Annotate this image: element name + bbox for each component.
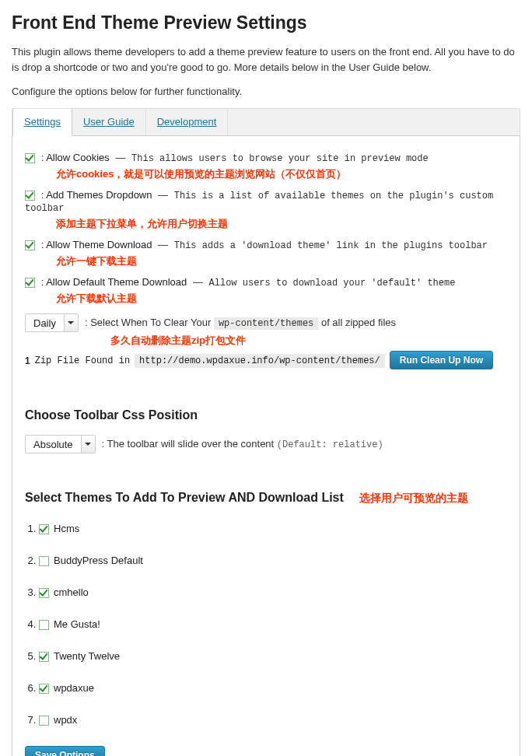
tab-settings[interactable]: Settings <box>12 109 72 136</box>
allow-cookies-label: Allow Cookies <box>46 152 110 163</box>
clear-schedule-select[interactable]: Daily <box>25 313 79 332</box>
theme-checkbox-hcms[interactable] <box>39 524 49 534</box>
default-download-checkbox[interactable] <box>25 278 35 288</box>
allow-download-label: Allow Theme Download <box>46 239 152 250</box>
page-title: Front End Theme Preview Settings <box>12 12 520 33</box>
zip-found-row: 1 Zip File Found in http://demo.wpdaxue.… <box>25 352 507 369</box>
theme-checkbox-wpdaxue[interactable] <box>39 684 49 694</box>
subintro-text: Configure the options below for further … <box>12 86 520 97</box>
toolbar-css-heading: Choose Toolbar Css Position <box>25 408 507 422</box>
theme-item: wpdx <box>39 714 507 726</box>
zip-count: 1 <box>25 355 30 366</box>
theme-name: wpdx <box>54 714 77 726</box>
allow-cookies-checkbox[interactable] <box>25 153 35 163</box>
option-default-download-row: : Allow Default Theme Download — Allow u… <box>25 276 507 289</box>
zip-found-text: Zip File Found in <box>35 355 130 366</box>
theme-name: Me Gusta! <box>54 618 100 630</box>
theme-item: Me Gusta! <box>39 618 507 630</box>
toolbar-desc-main: : The toolbar will slide over the conten… <box>102 438 277 450</box>
theme-name: BuddyPress Default <box>54 555 143 566</box>
theme-name: wpdaxue <box>54 682 94 694</box>
default-download-label: Allow Default Theme Download <box>46 276 187 288</box>
theme-name: cmhello <box>54 586 89 598</box>
default-download-annotation: 允许下载默认主题 <box>56 292 507 306</box>
theme-item: cmhello <box>39 586 507 598</box>
theme-name: Hcms <box>54 523 79 534</box>
theme-checkbox-buddypress[interactable] <box>39 556 49 566</box>
theme-checkbox-twentytwelve[interactable] <box>39 652 49 662</box>
option-add-dropdown-row: : Add Themes Dropdown — This is a list o… <box>25 189 507 214</box>
allow-download-annotation: 允许一键下载主题 <box>56 254 507 268</box>
themes-heading: Select Themes To Add To Preview AND Down… <box>25 491 344 505</box>
intro-text: This plugin allows theme developers to a… <box>12 44 520 75</box>
settings-panel: : Allow Cookies — This allows users to b… <box>12 136 520 756</box>
save-options-button[interactable]: Save Options <box>25 746 105 756</box>
clear-schedule-value: Daily <box>26 317 64 329</box>
tab-user-guide[interactable]: User Guide <box>72 109 146 135</box>
dropdown-caret-icon <box>81 436 95 453</box>
toolbar-position-select[interactable]: Absolute <box>25 435 96 453</box>
theme-item: Hcms <box>39 523 507 534</box>
dropdown-caret-icon <box>64 314 78 331</box>
run-clean-up-button[interactable]: Run Clean Up Now <box>390 351 493 369</box>
tab-development[interactable]: Development <box>146 109 229 135</box>
toolbar-desc-default: (Default: relative) <box>277 439 383 450</box>
toolbar-position-row: Absolute : The toolbar will slide over t… <box>25 435 507 453</box>
option-allow-cookies-row: : Allow Cookies — This allows users to b… <box>25 152 507 164</box>
allow-cookies-desc: This allows users to browse your site in… <box>131 153 429 164</box>
theme-checkbox-cmhello[interactable] <box>39 588 49 598</box>
themes-list: Hcms BuddyPress Default cmhello Me Gusta… <box>39 523 507 726</box>
theme-name: Twenty Twelve <box>54 650 120 662</box>
allow-download-desc: This adds a 'download theme' link in the… <box>174 240 488 251</box>
allow-download-checkbox[interactable] <box>25 240 35 250</box>
themes-annotation: 选择用户可预览的主题 <box>359 492 468 506</box>
theme-item: wpdaxue <box>39 682 507 694</box>
clear-annotation: 多久自动删除主题zip打包文件 <box>110 334 507 348</box>
add-dropdown-label: Add Themes Dropdown <box>46 189 152 201</box>
tab-bar: Settings User Guide Development <box>12 108 520 136</box>
add-dropdown-annotation: 添加主题下拉菜单，允许用户切换主题 <box>56 217 507 231</box>
toolbar-css-section: Choose Toolbar Css Position Absolute : T… <box>25 408 507 453</box>
allow-cookies-annotation: 允许cookies，就是可以使用预览的主题浏览网站（不仅仅首页） <box>56 167 507 181</box>
option-allow-download-row: : Allow Theme Download — This adds a 'do… <box>25 239 507 251</box>
themes-section: Select Themes To Add To Preview AND Down… <box>25 491 507 726</box>
clear-path-code: wp-content/themes <box>214 317 318 330</box>
theme-checkbox-megusta[interactable] <box>39 620 49 630</box>
default-download-desc: Allow users to download your 'default' t… <box>209 278 456 289</box>
theme-item: BuddyPress Default <box>39 555 507 566</box>
zip-url: http://demo.wpdaxue.info/wp-content/them… <box>135 354 385 368</box>
toolbar-position-value: Absolute <box>26 439 81 450</box>
clear-schedule-row: Daily : Select When To Clear Your wp-con… <box>25 313 507 332</box>
theme-item: Twenty Twelve <box>39 650 507 662</box>
theme-checkbox-wpdx[interactable] <box>39 716 49 726</box>
add-dropdown-checkbox[interactable] <box>25 191 35 201</box>
